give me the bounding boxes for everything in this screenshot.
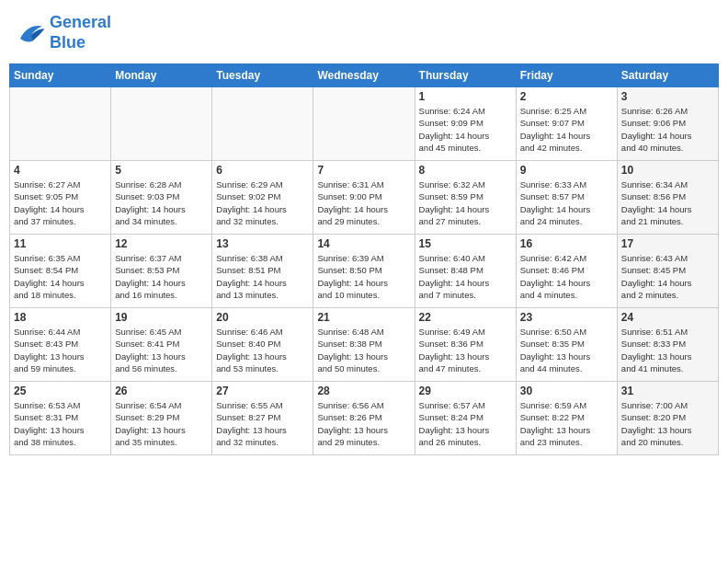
calendar-cell — [313, 87, 415, 161]
day-of-week-header: Sunday — [10, 64, 111, 87]
day-info: Sunrise: 6:44 AM Sunset: 8:43 PM Dayligh… — [14, 326, 107, 374]
day-info: Sunrise: 6:35 AM Sunset: 8:54 PM Dayligh… — [14, 252, 107, 301]
day-number: 21 — [317, 311, 410, 324]
calendar-cell: 7Sunrise: 6:31 AM Sunset: 9:00 PM Daylig… — [313, 161, 415, 235]
day-info: Sunrise: 6:51 AM Sunset: 8:33 PM Dayligh… — [621, 326, 714, 374]
calendar-cell — [212, 87, 313, 161]
day-info: Sunrise: 6:25 AM Sunset: 9:07 PM Dayligh… — [520, 105, 613, 154]
calendar-cell: 8Sunrise: 6:32 AM Sunset: 8:59 PM Daylig… — [415, 161, 516, 235]
calendar-cell: 20Sunrise: 6:46 AM Sunset: 8:40 PM Dayli… — [212, 308, 313, 382]
day-info: Sunrise: 6:39 AM Sunset: 8:50 PM Dayligh… — [317, 252, 410, 301]
day-number: 23 — [520, 311, 613, 324]
calendar-cell: 6Sunrise: 6:29 AM Sunset: 9:02 PM Daylig… — [212, 161, 313, 235]
day-number: 18 — [14, 311, 107, 324]
day-number: 4 — [14, 164, 107, 177]
day-number: 9 — [520, 164, 613, 177]
day-number: 10 — [621, 164, 714, 177]
calendar-header-row: SundayMondayTuesdayWednesdayThursdayFrid… — [10, 64, 719, 87]
calendar-cell: 19Sunrise: 6:45 AM Sunset: 8:41 PM Dayli… — [111, 308, 212, 382]
day-of-week-header: Monday — [111, 64, 212, 87]
day-number: 25 — [14, 385, 107, 397]
day-info: Sunrise: 6:24 AM Sunset: 9:09 PM Dayligh… — [419, 105, 512, 154]
page-header: General Blue — [9, 9, 719, 56]
day-number: 8 — [419, 164, 512, 177]
day-info: Sunrise: 6:31 AM Sunset: 9:00 PM Dayligh… — [317, 178, 410, 227]
calendar-cell: 11Sunrise: 6:35 AM Sunset: 8:54 PM Dayli… — [10, 235, 111, 308]
calendar-cell: 13Sunrise: 6:38 AM Sunset: 8:51 PM Dayli… — [212, 235, 313, 308]
day-info: Sunrise: 7:00 AM Sunset: 8:20 PM Dayligh… — [621, 399, 714, 448]
day-info: Sunrise: 6:40 AM Sunset: 8:48 PM Dayligh… — [419, 252, 512, 301]
calendar-week-row: 25Sunrise: 6:53 AM Sunset: 8:31 PM Dayli… — [10, 382, 719, 455]
day-number: 11 — [14, 237, 107, 250]
day-info: Sunrise: 6:37 AM Sunset: 8:53 PM Dayligh… — [115, 252, 208, 301]
calendar-cell — [111, 87, 212, 161]
day-info: Sunrise: 6:28 AM Sunset: 9:03 PM Dayligh… — [115, 178, 208, 227]
logo-icon — [17, 20, 46, 46]
logo-text: General Blue — [50, 13, 111, 52]
day-info: Sunrise: 6:29 AM Sunset: 9:02 PM Dayligh… — [216, 178, 309, 227]
day-number: 14 — [317, 237, 410, 250]
day-number: 27 — [216, 385, 309, 397]
day-info: Sunrise: 6:27 AM Sunset: 9:05 PM Dayligh… — [14, 178, 107, 227]
day-info: Sunrise: 6:55 AM Sunset: 8:27 PM Dayligh… — [216, 399, 309, 448]
calendar-cell: 14Sunrise: 6:39 AM Sunset: 8:50 PM Dayli… — [313, 235, 415, 308]
calendar-cell: 26Sunrise: 6:54 AM Sunset: 8:29 PM Dayli… — [111, 382, 212, 455]
day-number: 29 — [419, 385, 512, 397]
calendar-cell: 21Sunrise: 6:48 AM Sunset: 8:38 PM Dayli… — [313, 308, 415, 382]
day-info: Sunrise: 6:34 AM Sunset: 8:56 PM Dayligh… — [621, 178, 714, 227]
calendar-cell: 12Sunrise: 6:37 AM Sunset: 8:53 PM Dayli… — [111, 235, 212, 308]
calendar-cell: 22Sunrise: 6:49 AM Sunset: 8:36 PM Dayli… — [415, 308, 516, 382]
calendar-cell: 16Sunrise: 6:42 AM Sunset: 8:46 PM Dayli… — [516, 235, 617, 308]
day-info: Sunrise: 6:46 AM Sunset: 8:40 PM Dayligh… — [216, 326, 309, 374]
day-number: 16 — [520, 237, 613, 250]
logo: General Blue — [17, 13, 111, 52]
calendar-cell: 29Sunrise: 6:57 AM Sunset: 8:24 PM Dayli… — [415, 382, 516, 455]
day-info: Sunrise: 6:54 AM Sunset: 8:29 PM Dayligh… — [115, 399, 208, 448]
day-info: Sunrise: 6:43 AM Sunset: 8:45 PM Dayligh… — [621, 252, 714, 301]
calendar-cell: 30Sunrise: 6:59 AM Sunset: 8:22 PM Dayli… — [516, 382, 617, 455]
calendar-cell: 28Sunrise: 6:56 AM Sunset: 8:26 PM Dayli… — [313, 382, 415, 455]
day-number: 5 — [115, 164, 208, 177]
calendar-cell: 18Sunrise: 6:44 AM Sunset: 8:43 PM Dayli… — [10, 308, 111, 382]
day-of-week-header: Saturday — [617, 64, 718, 87]
day-number: 6 — [216, 164, 309, 177]
day-info: Sunrise: 6:48 AM Sunset: 8:38 PM Dayligh… — [317, 326, 410, 374]
day-info: Sunrise: 6:49 AM Sunset: 8:36 PM Dayligh… — [419, 326, 512, 374]
calendar-cell: 25Sunrise: 6:53 AM Sunset: 8:31 PM Dayli… — [10, 382, 111, 455]
day-number: 30 — [520, 385, 613, 397]
day-of-week-header: Thursday — [415, 64, 516, 87]
calendar-cell: 24Sunrise: 6:51 AM Sunset: 8:33 PM Dayli… — [617, 308, 718, 382]
day-info: Sunrise: 6:59 AM Sunset: 8:22 PM Dayligh… — [520, 399, 613, 448]
day-of-week-header: Friday — [516, 64, 617, 87]
calendar-cell — [10, 87, 111, 161]
day-of-week-header: Tuesday — [212, 64, 313, 87]
day-info: Sunrise: 6:42 AM Sunset: 8:46 PM Dayligh… — [520, 252, 613, 301]
calendar-cell: 4Sunrise: 6:27 AM Sunset: 9:05 PM Daylig… — [10, 161, 111, 235]
day-info: Sunrise: 6:38 AM Sunset: 8:51 PM Dayligh… — [216, 252, 309, 301]
calendar-cell: 3Sunrise: 6:26 AM Sunset: 9:06 PM Daylig… — [617, 87, 718, 161]
day-number: 3 — [621, 90, 714, 103]
calendar-week-row: 4Sunrise: 6:27 AM Sunset: 9:05 PM Daylig… — [10, 161, 719, 235]
calendar-table: SundayMondayTuesdayWednesdayThursdayFrid… — [9, 63, 719, 455]
day-of-week-header: Wednesday — [313, 64, 415, 87]
day-number: 19 — [115, 311, 208, 324]
calendar-cell: 27Sunrise: 6:55 AM Sunset: 8:27 PM Dayli… — [212, 382, 313, 455]
calendar-cell: 1Sunrise: 6:24 AM Sunset: 9:09 PM Daylig… — [415, 87, 516, 161]
day-number: 13 — [216, 237, 309, 250]
day-number: 2 — [520, 90, 613, 103]
day-info: Sunrise: 6:50 AM Sunset: 8:35 PM Dayligh… — [520, 326, 613, 374]
calendar-cell: 31Sunrise: 7:00 AM Sunset: 8:20 PM Dayli… — [617, 382, 718, 455]
day-number: 22 — [419, 311, 512, 324]
day-number: 20 — [216, 311, 309, 324]
calendar-cell: 17Sunrise: 6:43 AM Sunset: 8:45 PM Dayli… — [617, 235, 718, 308]
calendar-cell: 9Sunrise: 6:33 AM Sunset: 8:57 PM Daylig… — [516, 161, 617, 235]
calendar-cell: 23Sunrise: 6:50 AM Sunset: 8:35 PM Dayli… — [516, 308, 617, 382]
day-number: 12 — [115, 237, 208, 250]
calendar-cell: 15Sunrise: 6:40 AM Sunset: 8:48 PM Dayli… — [415, 235, 516, 308]
calendar-week-row: 1Sunrise: 6:24 AM Sunset: 9:09 PM Daylig… — [10, 87, 719, 161]
day-number: 31 — [621, 385, 714, 397]
calendar-week-row: 11Sunrise: 6:35 AM Sunset: 8:54 PM Dayli… — [10, 235, 719, 308]
day-number: 24 — [621, 311, 714, 324]
day-number: 17 — [621, 237, 714, 250]
day-number: 7 — [317, 164, 410, 177]
